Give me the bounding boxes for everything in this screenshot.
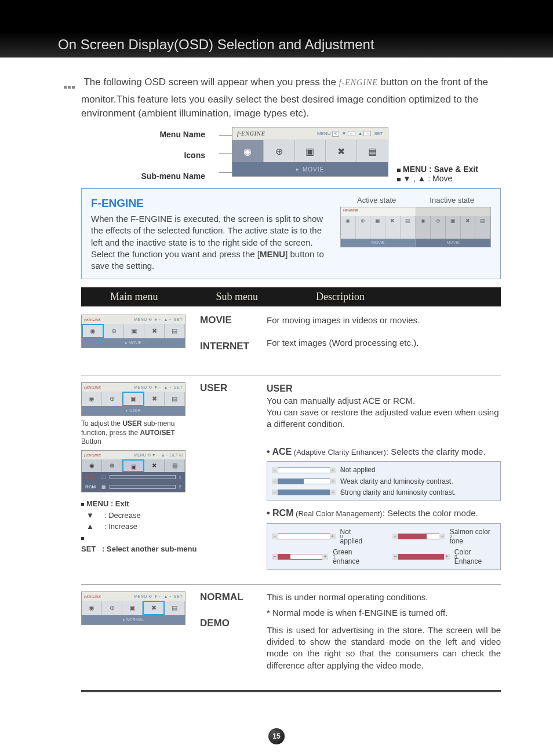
normal-icon: ✖ xyxy=(326,140,357,162)
active-state-label: Active state xyxy=(357,196,396,204)
section-movie-internet: f·ENGINEMENU ⟲ ▼← ▲→ SET ◉⊕▣✖▤ MOVIE MOV… xyxy=(81,315,501,375)
legend-menu: MENU : Save & Exit xyxy=(403,165,478,174)
page-number: 15 xyxy=(268,728,285,744)
table-header-row: Main menu Sub menu Description xyxy=(81,287,501,306)
col-sub-menu: Sub menu xyxy=(216,291,259,303)
thumb-user: f·ENGINEMENU ⟲ ▼← ▲→ SET ◉⊕▣✖▤ USER xyxy=(81,382,185,416)
user-adjust-note: To adjust the USER sub-menu function, pr… xyxy=(81,419,188,447)
thumb-movie: f·ENGINEMENU ⟲ ▼← ▲→ SET ◉⊕▣✖▤ MOVIE xyxy=(81,315,185,348)
desc-internet: For text images (Word processing etc.). xyxy=(267,337,501,349)
internet-icon: ⊕ xyxy=(264,140,295,162)
demo-icon: ▤ xyxy=(357,140,388,162)
control-legend: MENU : Exit ▼ : Decrease ▲ : Increase SE… xyxy=(81,498,188,555)
submenu-user: USER xyxy=(200,382,255,394)
page-title: On Screen Display(OSD) Selection and Adj… xyxy=(0,32,553,58)
intro-text-a: The following OSD screen will appear whe… xyxy=(83,76,339,87)
col-description: Description xyxy=(316,291,365,303)
col-main-menu: Main menu xyxy=(110,291,158,303)
label-sub-menu-name: Sub-menu Name xyxy=(141,171,205,181)
osd-side-legend: MENU : Save & Exit ▼ , ▲ : Move xyxy=(397,165,478,183)
osd-brand-logo: f·ENGINE xyxy=(237,130,265,137)
section-user: f·ENGINEMENU ⟲ ▼← ▲→ SET ◉⊕▣✖▤ USER To a… xyxy=(81,382,501,585)
split-state-preview: f·ENGINE ◉⊕▣✖▤ MOVIE ◉⊕▣✖▤ MOVIE xyxy=(340,207,491,247)
osd-preview-box: f·ENGINE MENU⟲ ▼← ▲→ SET ◉ ⊕ ▣ ✖ ▤ MOVIE xyxy=(232,127,388,177)
osd-submenu: MOVIE xyxy=(232,162,388,176)
desc-normal-b: * Normal mode is when f-ENGINE is turned… xyxy=(267,607,501,619)
user-body: You can manually adjust ACE or RCM. You … xyxy=(267,395,501,430)
desc-normal-a: This is under normal operating condition… xyxy=(267,591,501,603)
user-heading: USER xyxy=(267,384,292,393)
page-header-band: On Screen Display(OSD) Selection and Adj… xyxy=(0,0,553,58)
submenu-movie: MOVIE xyxy=(200,315,255,326)
osd-diagram: Menu Name Icons Sub-menu Name f·ENGINE M… xyxy=(110,127,501,177)
desc-demo: This is used for advertising in the stor… xyxy=(267,624,501,671)
inactive-state-label: Inactive state xyxy=(430,196,474,204)
submenu-normal: NORMAL xyxy=(200,591,255,603)
section-normal-demo: f·ENGINEMENU ⟲ ▼← ▲→ SET ◉⊕▣✖▤ NORMAL NO… xyxy=(81,591,501,683)
ace-options: −+0Not applied −+1Weak clarity and lumin… xyxy=(267,461,501,501)
movie-icon: ◉ xyxy=(232,140,264,162)
thumb-normal: f·ENGINEMENU ⟲ ▼← ▲→ SET ◉⊕▣✖▤ NORMAL xyxy=(81,591,185,625)
intro-paragraph: The following OSD screen will appear whe… xyxy=(81,75,501,120)
desc-movie: For moving images in videos or movies. xyxy=(267,315,501,326)
legend-arrows: ▼ , ▲ : Move xyxy=(403,174,452,183)
label-menu-name: Menu Name xyxy=(141,130,205,139)
rcm-options: −+0Not applied −+1Green enhance −+2Salmo… xyxy=(267,523,501,571)
label-icons: Icons xyxy=(141,151,205,160)
submenu-demo: DEMO xyxy=(200,618,255,629)
fengine-info-box: F-ENGINE When the F-ENGINE is executed, … xyxy=(81,188,501,279)
fengine-button-label: f-ENGINE xyxy=(339,78,378,87)
bullet-dots xyxy=(64,79,81,93)
bottom-rule xyxy=(81,690,501,692)
thumb-ace-rcm: f·ENGINEMENU ⟲ ▼← ▲→ SET ☑ ◉⊕▣✖▤ ACE⬚1 R… xyxy=(81,450,185,492)
user-icon: ▣ xyxy=(295,140,326,162)
fengine-heading: F-ENGINE xyxy=(91,196,329,211)
submenu-internet: INTERNET xyxy=(200,341,255,352)
